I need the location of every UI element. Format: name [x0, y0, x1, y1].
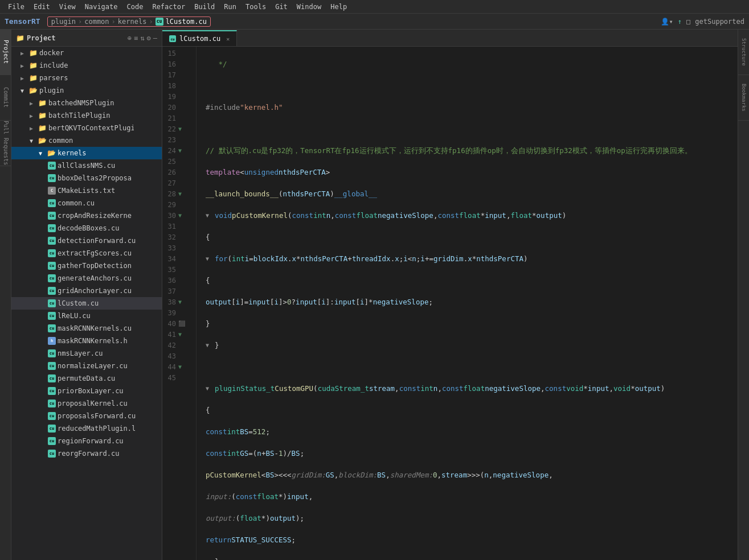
tree-item-batchednms[interactable]: ▶ 📁 batchedNMSPlugin	[11, 97, 162, 109]
fold-arrow[interactable]: ▼	[206, 383, 212, 394]
chevron-icon: ▶	[21, 50, 27, 56]
tree-item-reducedmath[interactable]: cu reducedMathPlugin.l	[11, 422, 162, 435]
tree-icon-locate[interactable]: ⊕	[128, 34, 132, 42]
menu-file[interactable]: File	[5, 2, 28, 12]
editor-area[interactable]: 15 16 17 18	[162, 47, 738, 560]
breadcrumb-bar: TensorRT plugin › common › kernels › cu …	[0, 14, 749, 30]
tree-item-normalizelayer[interactable]: cu normalizeLayer.cu	[11, 360, 162, 372]
fold-icon[interactable]: ▼	[178, 147, 187, 154]
header-arrow-icon[interactable]: ↑	[678, 18, 682, 26]
tree-item-proposalsforward[interactable]: cu proposalsForward.cu	[11, 410, 162, 422]
tree-item-parsers[interactable]: ▶ 📁 parsers	[11, 72, 162, 84]
gutter-line: 25	[162, 156, 196, 167]
menu-window[interactable]: Window	[293, 2, 325, 12]
tab-lcustom[interactable]: cu lCustom.cu ✕	[162, 30, 237, 46]
fold-arrow[interactable]: ▼	[206, 253, 212, 264]
tree-item-common-cu[interactable]: cu common.cu	[11, 197, 162, 209]
menu-navigate[interactable]: Navigate	[81, 2, 121, 12]
tree-item-common[interactable]: ▼ 📂 common	[11, 134, 162, 147]
breadcrumb-file[interactable]: lCustom.cu	[166, 18, 207, 26]
tree-item-gridanchorlayer[interactable]: cu gridAnchorLayer.cu	[11, 285, 162, 297]
tree-icon-collapse[interactable]: ≡	[134, 34, 138, 42]
tree-item-permutedata[interactable]: cu permuteData.cu	[11, 372, 162, 385]
fold-icon[interactable]: ▼	[178, 126, 187, 132]
tree-item-lcustom[interactable]: cu lCustom.cu	[11, 297, 162, 310]
menu-view[interactable]: View	[56, 2, 79, 12]
tree-item-maskrcnnkernels-cu[interactable]: cu maskRCNNKernels.cu	[11, 322, 162, 335]
tree-item-maskrcnnkernels-h[interactable]: h maskRCNNKernels.h	[11, 335, 162, 347]
breadcrumb-file-icon: cu	[155, 18, 163, 26]
fold-arrow[interactable]: ▼	[206, 556, 212, 560]
menu-git[interactable]: Git	[272, 2, 291, 12]
fold-arrow[interactable]: ▼	[206, 210, 212, 221]
tree-item-detectionforward[interactable]: cu detectionForward.cu	[11, 234, 162, 247]
menu-edit[interactable]: Edit	[30, 2, 54, 12]
header-user-icon[interactable]: 👤▾	[661, 18, 673, 26]
fold-icon[interactable]: ▼	[178, 191, 187, 197]
gutter-line: 26	[162, 167, 196, 178]
menu-build[interactable]: Build	[191, 2, 218, 12]
file-icon-h: h	[48, 337, 56, 345]
tree-item-reorgforward[interactable]: cu reorgForward.cu	[11, 447, 162, 460]
tree-item-label: permuteData.cu	[58, 374, 115, 382]
tree-item-proposalkernel[interactable]: cu proposalKernel.cu	[11, 397, 162, 410]
menu-tools[interactable]: Tools	[242, 2, 269, 12]
code-line-28: ▼}	[206, 340, 738, 351]
tree-item-cmakelists[interactable]: C CMakeLists.txt	[11, 184, 162, 197]
gutter-line: 34	[162, 253, 196, 264]
menu-run[interactable]: Run	[220, 2, 240, 12]
tree-item-decodebboxes[interactable]: cu decodeBBoxes.cu	[11, 222, 162, 234]
code-lines[interactable]: */ #include "kernel.h" // 默认写的.cu是fp32的，…	[197, 47, 738, 560]
breadcrumb-plugin[interactable]: plugin	[51, 18, 76, 26]
breadcrumb-kernels[interactable]: kernels	[118, 18, 147, 26]
chevron-icon: ▶	[21, 63, 27, 69]
menu-help[interactable]: Help	[327, 2, 350, 12]
panel-btn-pull-requests[interactable]: Pull Requests	[0, 121, 11, 166]
panel-btn-structure[interactable]: Structure	[738, 30, 749, 75]
panel-btn-project[interactable]: Project	[0, 30, 11, 75]
fold-icon[interactable]: ▼	[178, 331, 187, 337]
menu-refactor[interactable]: Refactor	[149, 2, 189, 12]
tree-icon-close[interactable]: —	[153, 34, 157, 42]
bookmark-icon[interactable]: ⬛	[178, 320, 187, 327]
tree-item-bertqkv[interactable]: ▶ 📁 bertQKVToContextPlugin	[11, 122, 162, 134]
gutter-line: 42	[162, 340, 196, 351]
tree-item-label: proposalsForward.cu	[58, 412, 136, 420]
chevron-icon: ▼	[21, 88, 27, 94]
fold-icon[interactable]: ▼	[178, 299, 187, 305]
tree-item-plugin[interactable]: ▼ 📂 plugin	[11, 84, 162, 97]
tree-icon-settings[interactable]: ⚙	[147, 34, 151, 42]
tree-item-gathertopdetection[interactable]: cu gatherTopDetection	[11, 260, 162, 272]
tree-item-batchtile[interactable]: ▶ 📁 batchTilePlugin	[11, 109, 162, 122]
tree-item-label: cropAndResizeKerne	[58, 212, 132, 220]
tree-item-docker[interactable]: ▶ 📁 docker	[11, 47, 162, 59]
tree-item-regionforward[interactable]: cu regionForward.cu	[11, 435, 162, 447]
tree-item-bboxdeltas[interactable]: cu bboxDeltas2Proposa	[11, 172, 162, 184]
fold-icon[interactable]: ▼	[178, 212, 187, 219]
file-icon-cu: cu	[48, 299, 56, 307]
tree-item-kernels[interactable]: ▼ 📂 kernels	[11, 147, 162, 159]
file-icon-cu: cu	[48, 425, 56, 433]
tree-item-priorboxlayer[interactable]: cu priorBoxLayer.cu	[11, 385, 162, 397]
tab-close-icon[interactable]: ✕	[226, 36, 230, 42]
fold-icon[interactable]: ▼	[178, 364, 187, 370]
breadcrumb-common[interactable]: common	[84, 18, 109, 26]
tree-item-include[interactable]: ▶ 📁 include	[11, 59, 162, 72]
tree-icon-expand[interactable]: ⇅	[140, 34, 144, 42]
tree-item-cropandresize[interactable]: cu cropAndResizeKerne	[11, 209, 162, 222]
app-brand: TensorRT	[5, 17, 40, 26]
fold-arrow[interactable]: ▼	[206, 340, 212, 351]
header-get-supported[interactable]: getSupported	[695, 18, 744, 26]
folder-icon: 📂	[47, 149, 56, 157]
panel-btn-commit[interactable]: Commit	[0, 75, 11, 121]
panel-btn-bookmarks[interactable]: Bookmarks	[738, 75, 749, 121]
header-panel-icon[interactable]: □	[686, 18, 690, 26]
tree-item-nmslayer[interactable]: cu nmsLayer.cu	[11, 347, 162, 360]
menu-code[interactable]: Code	[124, 2, 147, 12]
tree-item-generateanchors[interactable]: cu generateAnchors.cu	[11, 272, 162, 285]
tree-item-lrelu[interactable]: cu lReLU.cu	[11, 310, 162, 322]
gutter-line: 39	[162, 307, 196, 318]
file-icon-cu: cu	[48, 349, 56, 357]
tree-item-extractfgscores[interactable]: cu extractFgScores.cu	[11, 247, 162, 260]
tree-item-allclassnms[interactable]: cu allClassNMS.cu	[11, 159, 162, 172]
